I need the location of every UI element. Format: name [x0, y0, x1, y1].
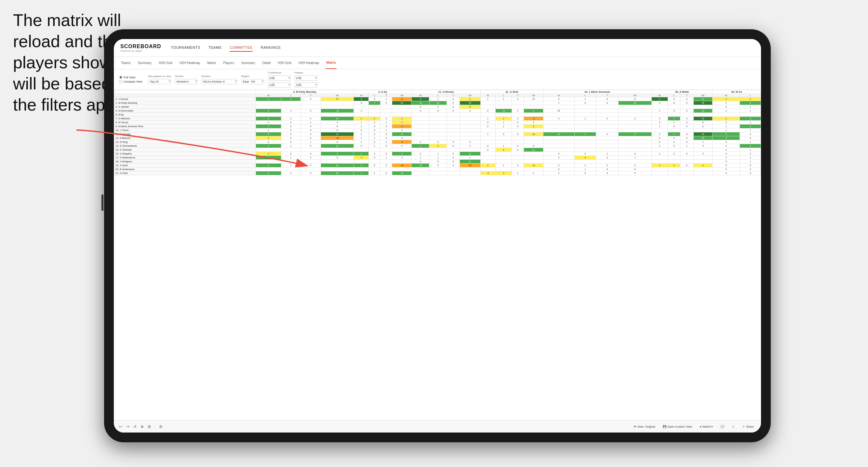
col-header-mulcahy: 2. M Kelly Mulcahy: [256, 90, 354, 94]
sub-d3: Dif: [460, 94, 480, 97]
region-label: Region: [241, 75, 264, 78]
sub-l4: L: [495, 94, 512, 97]
undo-icon[interactable]: ↩: [119, 425, 122, 429]
nav-teams[interactable]: TEAMS: [209, 44, 221, 52]
col-header-ady: 6. A Dy: [354, 90, 412, 94]
sub-nav-h2h-heatmap2[interactable]: H2H Heatmap: [298, 57, 320, 69]
gender-select[interactable]: Women's Men's: [175, 79, 198, 84]
sub-t1: T: [301, 94, 321, 97]
division-select[interactable]: NCAA Division II NCAA Division I: [202, 79, 238, 84]
player-name: 10. L Perini: [114, 128, 256, 132]
sub-l6: L: [668, 94, 680, 97]
matrix-area[interactable]: 2. M Kelly Mulcahy 6. A Dy 11. G Woods 2…: [114, 90, 761, 420]
player-name: 17. D Ballesteros: [114, 156, 256, 160]
sub-t3: T: [447, 94, 460, 97]
tablet-device: SCOREBOARD Powered by clippd TOURNAMENTS…: [104, 29, 771, 442]
comment-btn[interactable]: 💬: [719, 424, 726, 429]
player-name: 6. A Dy: [114, 113, 256, 117]
sub-nav-players[interactable]: Players: [223, 57, 235, 69]
table-row: 18. J Hodgson 00011 01: [114, 160, 761, 163]
sub-d6: Dif: [693, 94, 713, 97]
division-wrapper: NCAA Division II NCAA Division I: [202, 78, 238, 84]
division-label: Division: [202, 75, 238, 78]
col-header-stoll: 21. O Stoll: [480, 90, 543, 94]
players-select[interactable]: (All): [294, 75, 317, 81]
conference-filter: Conference (All) (All): [268, 71, 291, 88]
expand-btn[interactable]: ⤢: [730, 424, 737, 429]
sub-d4: Dif: [524, 94, 544, 97]
max-players-select[interactable]: Top 25 Top 10 Top 50: [148, 79, 171, 84]
conference-wrapper: (All): [268, 74, 291, 81]
filters-row: Full View Compact View Max players in vi…: [114, 69, 761, 90]
division-filter: Division NCAA Division II NCAA Division …: [202, 75, 238, 84]
matrix-header-row: 2. M Kelly Mulcahy 6. A Dy 11. G Woods 2…: [114, 90, 761, 94]
tablet-screen: SCOREBOARD Powered by clippd TOURNAMENTS…: [114, 39, 761, 433]
bottom-toolbar: ↩ ↪ ↺ ⊕ ⊞ ⚙ 👁 View: Original 💾 Save Cust…: [114, 420, 761, 433]
table-row: 12. A Bianchi 200-18 1104 20025 30: [114, 136, 761, 140]
col-header-webb: 38. A Webb: [651, 90, 713, 94]
table-row: 20. E Andersson 0108 00: [114, 167, 761, 172]
gender-filter: Gender Women's Men's: [175, 75, 198, 84]
player-name: 16. X Mogaha: [114, 152, 256, 156]
sub-d2: Dif: [392, 94, 412, 97]
table-row: 1. J Garcia 31027 301-11 4100 11410 0106…: [114, 97, 761, 101]
table-row: 17. D Ballesteros 3105 -2013 1101 0207 0…: [114, 156, 761, 160]
sub-w5: W: [543, 94, 574, 97]
players-wrapper2: (All): [294, 81, 317, 88]
sub-nav-detail[interactable]: Detail: [262, 57, 272, 69]
col-header-za: 60. W Za: [713, 90, 761, 94]
nav-committee[interactable]: COMMITTEE: [229, 44, 253, 52]
col-header-schumac: 23. L Marie Schumac: [543, 90, 651, 94]
sub-w7: W: [713, 94, 740, 97]
layout-icon[interactable]: ⊞: [148, 425, 151, 429]
redo-icon[interactable]: ↪: [126, 425, 129, 429]
sub-nav-teams[interactable]: Teams: [120, 57, 131, 69]
sub-empty: [114, 94, 256, 97]
tablet-power-button[interactable]: [101, 194, 103, 211]
sub-t5: T: [596, 94, 618, 97]
sub-t4: T: [512, 94, 524, 97]
zoom-icon[interactable]: ⊕: [141, 425, 144, 429]
col-header-woods: 11. G Woods: [412, 90, 480, 94]
full-view-dot: [119, 76, 122, 79]
gender-wrapper: Women's Men's: [175, 78, 198, 84]
region-select[interactable]: East - DII West - DII: [241, 79, 264, 84]
player-name: 9. A Maria Jimenez Rios: [114, 125, 256, 128]
watch-btn[interactable]: ● Watch ▾: [698, 424, 715, 429]
player-name: 14. S Srichantamit: [114, 144, 256, 148]
table-row: 14. S Srichantamit 31014 0105 1204 0105 …: [114, 144, 761, 148]
sub-d1: Dif: [321, 94, 354, 97]
nav-tournaments[interactable]: TOURNAMENTS: [171, 44, 200, 52]
save-custom-btn[interactable]: 💾 Save Custom View: [661, 424, 694, 429]
nav-rankings[interactable]: RANKINGS: [261, 44, 281, 52]
sub-nav-summary2[interactable]: Summary: [241, 57, 256, 69]
compact-view-radio[interactable]: Compact View: [119, 80, 143, 83]
conference-select2[interactable]: (All): [268, 82, 291, 88]
view-original-btn[interactable]: 👁 View: Original: [631, 424, 657, 429]
player-name: 19. J Kanh: [114, 163, 256, 167]
sub-nav-h2h-heatmap[interactable]: H2H Heatmap: [179, 57, 201, 69]
sub-nav-summary[interactable]: Summary: [137, 57, 152, 69]
sub-nav-h2h-grid2[interactable]: H2H Grid: [277, 57, 292, 69]
player-name: 1. J Garcia: [114, 97, 256, 101]
sub-nav-h2h-grid[interactable]: H2H Grid: [158, 57, 173, 69]
max-players-label: Max players in view: [148, 75, 171, 78]
table-row: 15. H Stranda 02011 01: [114, 148, 761, 152]
conference-label: Conference: [268, 71, 291, 74]
table-row: 11. G Woods 50011 14011 10014 144017 240…: [114, 132, 761, 136]
table-row: 3. S Jelinek 02017 01: [114, 105, 761, 109]
refresh-icon[interactable]: ↺: [133, 425, 136, 429]
conference-select[interactable]: (All): [268, 75, 291, 81]
full-view-radio[interactable]: Full View: [119, 76, 143, 79]
max-players-wrapper: Top 25 Top 10 Top 50: [148, 78, 171, 84]
table-row: 16. X Mogaha 2003 1003 01011 0010 1003 0…: [114, 152, 761, 156]
nav-links: TOURNAMENTS TEAMS COMMITTEE RANKINGS: [171, 44, 281, 52]
player-name: 15. H Stranda: [114, 148, 256, 152]
settings-icon[interactable]: ⚙: [159, 425, 163, 429]
players-select2[interactable]: (All): [294, 82, 317, 88]
sub-l7: L: [740, 94, 761, 97]
table-row: 10. L Perini 1006 0010 11: [114, 128, 761, 132]
sub-nav-matrix2[interactable]: Matrix: [326, 57, 336, 69]
sub-nav-matrix[interactable]: Matrix: [207, 57, 217, 69]
share-btn[interactable]: ⇧ Share: [741, 424, 756, 429]
